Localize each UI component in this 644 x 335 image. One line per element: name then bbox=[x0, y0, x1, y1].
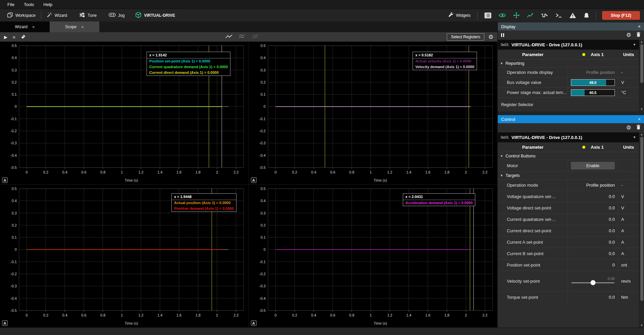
single-trace-icon[interactable] bbox=[225, 34, 232, 40]
autoscale-button[interactable]: A bbox=[2, 320, 8, 326]
scope-chart-button[interactable] bbox=[524, 11, 537, 19]
svg-text:0.4: 0.4 bbox=[311, 313, 316, 317]
parameter-value: 0.0 bbox=[568, 248, 618, 259]
value-text[interactable]: Profile position bbox=[586, 183, 615, 188]
tab-scope[interactable]: Scope × bbox=[50, 21, 99, 32]
stop-capture-button[interactable]: ■ bbox=[13, 35, 15, 39]
value-text[interactable]: 0 bbox=[612, 262, 615, 268]
value-text[interactable]: Profile position bbox=[586, 70, 615, 75]
svg-text:0.3: 0.3 bbox=[12, 68, 17, 72]
trash-icon[interactable] bbox=[636, 32, 641, 38]
autoscale-button[interactable]: A bbox=[2, 177, 8, 183]
parameter-label: Voltage direct set-point bbox=[498, 202, 568, 213]
control-scrollbar[interactable]: ▲ ▼ bbox=[639, 132, 644, 328]
workspace-button[interactable]: Workspace bbox=[4, 11, 39, 20]
parameter-value: 0.00 bbox=[568, 271, 618, 291]
close-icon[interactable]: × bbox=[32, 25, 35, 29]
cursor-x-value: x = 2.0431 bbox=[403, 194, 475, 200]
device-selector[interactable]: 0x01VIRTUAL-DRIVE - Drive (127.0.0.1)▼ bbox=[498, 40, 639, 50]
scroll-down-icon[interactable]: ▼ bbox=[640, 107, 643, 111]
stop-button[interactable]: Stop (F12) bbox=[602, 11, 640, 20]
group-row-control-buttons[interactable]: ▼Control Buttons bbox=[498, 152, 639, 160]
svg-text:1.2: 1.2 bbox=[138, 170, 143, 174]
pulse-wave-button[interactable] bbox=[538, 11, 551, 19]
scroll-down-icon[interactable]: ▼ bbox=[640, 323, 643, 328]
parameter-value: Profile position bbox=[568, 180, 618, 191]
settings-gear-icon[interactable]: ⚙ bbox=[626, 125, 631, 131]
cursor-series-value: Current quadrature demand (Axis 1) = 0.0… bbox=[147, 64, 230, 70]
menu-tools[interactable]: Tools bbox=[20, 1, 38, 8]
register-selector-link[interactable]: Register Selector bbox=[498, 97, 639, 111]
svg-text:0.2: 0.2 bbox=[43, 313, 48, 317]
group-row-targets[interactable]: ▼Targets bbox=[498, 171, 639, 179]
pause-button[interactable] bbox=[501, 33, 504, 37]
control-toolbar: ⚙ bbox=[498, 123, 644, 132]
value-text[interactable]: 0.0 bbox=[609, 295, 615, 300]
jog-button[interactable]: Jog bbox=[106, 11, 127, 19]
value-text[interactable]: 0.0 bbox=[609, 194, 615, 199]
scope-toolbar: ▶ ■ Select Registers bbox=[0, 32, 497, 42]
clear-eraser-button[interactable] bbox=[21, 34, 26, 40]
autoscale-button[interactable]: A bbox=[251, 320, 257, 326]
svg-text:1: 1 bbox=[121, 170, 123, 174]
tune-button[interactable]: Tune bbox=[76, 11, 100, 20]
chart-canvas[interactable]: 00.20.40.60.811.21.41.61.822.2-0.5-0.4-0… bbox=[249, 185, 497, 327]
svg-text:-0.4: -0.4 bbox=[10, 153, 17, 157]
scope-settings-gear-icon[interactable]: ⚙ bbox=[488, 34, 493, 40]
value-text[interactable]: 0.0 bbox=[609, 205, 615, 210]
value-text[interactable]: 0.0 bbox=[609, 251, 615, 256]
device-selector[interactable]: 0x01VIRTUAL-DRIVE - Drive (127.0.0.1)▼ bbox=[498, 132, 639, 142]
scope-chart-bottom-left[interactable]: 00.20.40.60.811.21.41.61.822.2-0.5-0.4-0… bbox=[0, 185, 249, 328]
scroll-up-icon[interactable]: ▲ bbox=[640, 40, 643, 44]
close-icon[interactable]: × bbox=[638, 117, 641, 122]
svg-text:0.8: 0.8 bbox=[349, 170, 354, 174]
play-button[interactable]: ▶ bbox=[4, 35, 7, 39]
svg-text:0.2: 0.2 bbox=[260, 80, 265, 84]
monitor-eye-button[interactable] bbox=[496, 11, 509, 19]
parameter-value: 0.0 bbox=[568, 225, 618, 236]
settings-gear-icon[interactable]: ⚙ bbox=[626, 32, 631, 38]
display-scrollbar[interactable]: ▲ ▼ bbox=[639, 40, 644, 111]
table-header: ParameterAxis 1Units bbox=[498, 142, 639, 152]
warning-button[interactable] bbox=[566, 11, 579, 20]
trash-icon[interactable] bbox=[636, 125, 641, 131]
scroll-up-icon[interactable]: ▲ bbox=[640, 132, 643, 137]
column-axis: Axis 1 bbox=[568, 52, 618, 57]
virtual-drive-button[interactable]: VIRTUAL-DRIVE bbox=[132, 10, 178, 20]
scope-chart-top-right[interactable]: 00.20.40.60.811.21.41.61.822.2-0.5-0.4-0… bbox=[249, 42, 498, 185]
register-list-button[interactable] bbox=[481, 11, 494, 20]
select-registers-button[interactable]: Select Registers bbox=[447, 33, 484, 41]
multi-trace-icon[interactable] bbox=[238, 34, 246, 40]
scope-chart-bottom-right[interactable]: 00.20.40.60.811.21.41.61.822.2-0.5-0.4-0… bbox=[249, 185, 498, 328]
group-row-reporting[interactable]: ▼Reporting bbox=[498, 59, 639, 67]
menu-help[interactable]: Help bbox=[39, 1, 56, 8]
cursor-series-value: Position demand (Axis 1) = 0.0000 bbox=[172, 206, 236, 211]
autoscale-button[interactable]: A bbox=[251, 177, 257, 183]
slider-knob[interactable] bbox=[590, 280, 595, 285]
menu-file[interactable]: File bbox=[3, 1, 18, 8]
tab-wizard[interactable]: Wizard × bbox=[0, 21, 50, 32]
value-text[interactable]: 0.0 bbox=[609, 228, 615, 233]
units-label: V bbox=[618, 202, 639, 213]
close-icon[interactable]: × bbox=[81, 25, 84, 29]
svg-text:0.4: 0.4 bbox=[62, 313, 67, 317]
svg-text:0.4: 0.4 bbox=[12, 199, 17, 203]
motion-move-button[interactable] bbox=[510, 11, 523, 20]
svg-text:-0.3: -0.3 bbox=[259, 284, 266, 288]
widgets-button[interactable]: Widgets bbox=[445, 11, 474, 20]
terminal-button[interactable] bbox=[552, 11, 565, 19]
chevron-down-icon[interactable]: ▼ bbox=[633, 43, 636, 46]
slider-track[interactable] bbox=[571, 282, 614, 283]
notifications-bell-button[interactable] bbox=[581, 11, 592, 19]
scope-chart-top-left[interactable]: 00.20.40.60.811.21.41.61.822.2-0.5-0.4-0… bbox=[0, 42, 249, 185]
wizard-button[interactable]: Wizard bbox=[44, 11, 70, 20]
value-text[interactable]: 0.0 bbox=[609, 217, 615, 222]
velocity-slider[interactable]: 0.00 bbox=[571, 277, 615, 286]
close-icon[interactable]: × bbox=[638, 24, 641, 29]
chevron-down-icon[interactable]: ▼ bbox=[633, 136, 636, 139]
motor-enable-button[interactable]: Enable bbox=[571, 162, 615, 170]
units-label: rev/s bbox=[618, 271, 639, 291]
svg-text:-0.3: -0.3 bbox=[10, 284, 17, 288]
svg-text:0: 0 bbox=[263, 247, 265, 251]
value-text[interactable]: 0.0 bbox=[609, 240, 615, 245]
